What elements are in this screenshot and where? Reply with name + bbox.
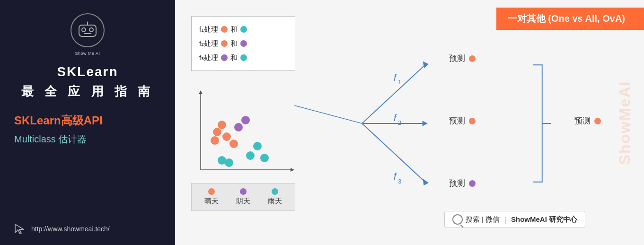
svg-text:f: f xyxy=(394,171,397,182)
search-icon xyxy=(452,214,463,225)
svg-point-16 xyxy=(241,116,250,124)
svg-point-1 xyxy=(82,28,86,32)
top-banner: 一对其他 (One vs All, OvA) xyxy=(496,8,644,30)
pred-dot-mid xyxy=(469,118,476,124)
search-bar[interactable]: 搜索 | 微信 | ShowMeAI 研究中心 xyxy=(444,211,585,228)
svg-text:1: 1 xyxy=(398,79,401,86)
svg-point-19 xyxy=(246,151,255,160)
legend-box: 晴天 阴天 雨天 xyxy=(191,183,295,211)
feature-row-2: f₂处理 和 xyxy=(199,36,287,51)
svg-rect-0 xyxy=(79,25,96,36)
svg-point-12 xyxy=(222,132,231,141)
svg-line-28 xyxy=(362,123,425,182)
banner-text: 一对其他 (One vs All, OvA) xyxy=(508,13,625,24)
logo-circle xyxy=(71,13,105,47)
svg-point-22 xyxy=(225,158,233,167)
dot-purple-2 xyxy=(221,54,228,61)
website-url[interactable]: http://www.showmeai.tech/ xyxy=(31,225,110,233)
svg-marker-9 xyxy=(291,168,294,172)
final-pred-dot xyxy=(594,118,601,124)
dot-orange-1 xyxy=(221,26,228,33)
svg-point-13 xyxy=(218,121,226,129)
search-brand: ShowMeAI 研究中心 xyxy=(511,215,577,224)
pred-bot: 预测 xyxy=(449,178,476,189)
pred-dot-top xyxy=(469,55,476,62)
feature-row-3: f₃处理 和 xyxy=(199,51,287,65)
sidebar: Show Me AI SKLearn 最 全 应 用 指 南 SKLearn高级… xyxy=(0,0,175,245)
svg-point-14 xyxy=(229,140,238,148)
sidebar-footer: http://www.showmeai.tech/ xyxy=(9,222,110,236)
svg-text:f: f xyxy=(394,72,397,83)
sidebar-subtitle: 最 全 应 用 指 南 xyxy=(21,83,154,100)
svg-marker-25 xyxy=(423,61,429,68)
pred-top: 预测 xyxy=(449,53,476,64)
svg-marker-6 xyxy=(15,224,24,234)
legend-dot-purple xyxy=(240,188,247,195)
svg-point-2 xyxy=(89,28,93,32)
search-prefix: 搜索 | 微信 xyxy=(466,215,500,224)
logo-text: Show Me AI xyxy=(75,51,100,56)
api-title: SKLearn高级API xyxy=(9,113,103,128)
svg-text:f: f xyxy=(394,112,397,123)
legend-cloudy: 阴天 xyxy=(236,188,250,206)
divider: | xyxy=(504,216,506,224)
svg-point-5 xyxy=(87,22,88,23)
legend-sunny: 晴天 xyxy=(204,188,219,206)
svg-line-24 xyxy=(362,65,425,123)
dot-teal-1 xyxy=(240,26,247,33)
scatter-area xyxy=(191,89,295,179)
legend-dot-teal xyxy=(272,188,278,195)
main-content: 一对其他 (One vs All, OvA) ShowMeAI f₁处理 和 f… xyxy=(175,0,644,245)
dot-teal-2 xyxy=(240,54,247,61)
sidebar-title: SKLearn xyxy=(57,64,118,79)
svg-point-18 xyxy=(253,142,262,150)
pred-mid: 预测 xyxy=(449,115,476,126)
svg-point-11 xyxy=(213,128,221,136)
svg-text:2: 2 xyxy=(398,120,401,126)
svg-marker-10 xyxy=(199,90,203,94)
svg-line-23 xyxy=(294,105,362,123)
sidebar-desc: Multiclass 估计器 xyxy=(9,133,87,146)
logo-area: Show Me AI xyxy=(71,13,105,56)
final-pred: 预测 xyxy=(574,115,601,126)
dot-purple-1 xyxy=(240,40,247,47)
svg-point-20 xyxy=(260,154,269,162)
svg-marker-27 xyxy=(423,121,428,126)
diagram: f₁处理 和 f₂处理 和 f₃处理 和 xyxy=(186,11,633,236)
scatter-svg xyxy=(191,89,295,179)
feature-row-1: f₁处理 和 xyxy=(199,22,287,36)
svg-marker-29 xyxy=(423,179,429,185)
svg-point-15 xyxy=(211,136,219,145)
legend-dot-orange xyxy=(208,188,215,195)
svg-text:3: 3 xyxy=(398,178,401,185)
cursor-icon xyxy=(13,222,26,236)
dot-orange-2 xyxy=(221,40,228,47)
pred-dot-bot xyxy=(469,180,476,187)
svg-point-17 xyxy=(234,123,243,131)
legend-rainy: 雨天 xyxy=(268,188,282,206)
feature-box: f₁处理 和 f₂处理 和 f₃处理 和 xyxy=(191,16,295,71)
